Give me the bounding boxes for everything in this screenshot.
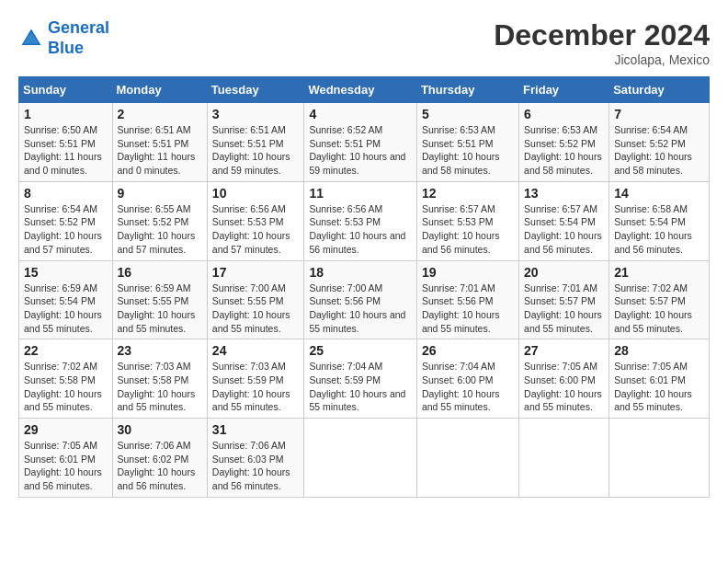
day-number: 12	[422, 186, 514, 201]
calendar-cell: 17Sunrise: 7:00 AM Sunset: 5:55 PM Dayli…	[207, 260, 304, 339]
calendar-cell: 6Sunrise: 6:53 AM Sunset: 5:52 PM Daylig…	[519, 103, 609, 182]
day-info: Sunrise: 7:00 AM Sunset: 5:55 PM Dayligh…	[212, 282, 300, 336]
calendar-cell: 20Sunrise: 7:01 AM Sunset: 5:57 PM Dayli…	[519, 260, 609, 339]
calendar-cell: 9Sunrise: 6:55 AM Sunset: 5:52 PM Daylig…	[112, 181, 207, 260]
day-info: Sunrise: 6:50 AM Sunset: 5:51 PM Dayligh…	[24, 123, 108, 178]
week-row-3: 15Sunrise: 6:59 AM Sunset: 5:54 PM Dayli…	[19, 260, 710, 339]
calendar-cell: 27Sunrise: 7:05 AM Sunset: 6:00 PM Dayli…	[519, 339, 609, 419]
calendar-cell: 24Sunrise: 7:03 AM Sunset: 5:59 PM Dayli…	[207, 339, 304, 419]
day-info: Sunrise: 6:54 AM Sunset: 5:52 PM Dayligh…	[24, 202, 108, 257]
calendar-cell: 3Sunrise: 6:51 AM Sunset: 5:51 PM Daylig…	[207, 103, 304, 182]
day-number: 27	[524, 343, 604, 358]
calendar-cell: 14Sunrise: 6:58 AM Sunset: 5:54 PM Dayli…	[609, 181, 710, 260]
day-number: 16	[118, 265, 202, 280]
title-block: December 2024 Jicolapa, Mexico	[494, 18, 710, 67]
day-number: 2	[118, 107, 202, 121]
day-number: 26	[422, 343, 514, 358]
calendar-cell: 22Sunrise: 7:02 AM Sunset: 5:58 PM Dayli…	[19, 339, 113, 419]
logo-icon	[18, 26, 44, 52]
calendar-cell: 5Sunrise: 6:53 AM Sunset: 5:51 PM Daylig…	[416, 103, 518, 182]
day-number: 15	[24, 265, 108, 280]
day-info: Sunrise: 6:56 AM Sunset: 5:53 PM Dayligh…	[309, 202, 412, 257]
calendar-cell: 4Sunrise: 6:52 AM Sunset: 5:51 PM Daylig…	[304, 103, 417, 182]
header: General Blue December 2024 Jicolapa, Mex…	[18, 18, 710, 67]
day-info: Sunrise: 7:06 AM Sunset: 6:03 PM Dayligh…	[212, 439, 300, 493]
day-info: Sunrise: 6:57 AM Sunset: 5:54 PM Dayligh…	[524, 202, 604, 257]
calendar-cell: 8Sunrise: 6:54 AM Sunset: 5:52 PM Daylig…	[19, 181, 113, 260]
calendar-cell: 11Sunrise: 6:56 AM Sunset: 5:53 PM Dayli…	[304, 181, 417, 260]
day-number: 17	[212, 265, 300, 280]
calendar-cell	[519, 419, 609, 498]
day-number: 9	[118, 186, 202, 201]
calendar-cell: 15Sunrise: 6:59 AM Sunset: 5:54 PM Dayli…	[19, 260, 113, 339]
location-title: Jicolapa, Mexico	[494, 52, 710, 67]
day-number: 11	[309, 186, 412, 201]
day-number: 6	[524, 107, 604, 121]
col-header-thursday: Thursday	[416, 77, 518, 103]
day-info: Sunrise: 6:59 AM Sunset: 5:54 PM Dayligh…	[24, 282, 108, 336]
day-number: 29	[24, 422, 108, 437]
day-number: 23	[118, 343, 202, 358]
day-number: 14	[614, 186, 704, 201]
calendar-cell: 28Sunrise: 7:05 AM Sunset: 6:01 PM Dayli…	[609, 339, 710, 419]
day-info: Sunrise: 6:51 AM Sunset: 5:51 PM Dayligh…	[212, 123, 300, 178]
day-number: 24	[212, 343, 300, 358]
week-row-1: 1Sunrise: 6:50 AM Sunset: 5:51 PM Daylig…	[19, 103, 710, 182]
calendar-cell: 30Sunrise: 7:06 AM Sunset: 6:02 PM Dayli…	[112, 419, 207, 498]
calendar-cell	[304, 419, 417, 498]
logo-line1: General	[48, 18, 109, 37]
day-info: Sunrise: 6:53 AM Sunset: 5:51 PM Dayligh…	[422, 123, 514, 178]
day-info: Sunrise: 6:56 AM Sunset: 5:53 PM Dayligh…	[212, 202, 300, 257]
day-number: 7	[614, 107, 704, 121]
day-number: 22	[24, 343, 108, 358]
day-info: Sunrise: 7:03 AM Sunset: 5:58 PM Dayligh…	[118, 360, 202, 414]
day-info: Sunrise: 7:01 AM Sunset: 5:56 PM Dayligh…	[422, 282, 514, 336]
day-number: 25	[309, 343, 412, 358]
calendar-cell: 10Sunrise: 6:56 AM Sunset: 5:53 PM Dayli…	[207, 181, 304, 260]
calendar-cell: 1Sunrise: 6:50 AM Sunset: 5:51 PM Daylig…	[19, 103, 113, 182]
day-info: Sunrise: 7:04 AM Sunset: 5:59 PM Dayligh…	[309, 360, 412, 414]
day-number: 13	[524, 186, 604, 201]
header-row: SundayMondayTuesdayWednesdayThursdayFrid…	[19, 77, 710, 103]
day-number: 1	[24, 107, 108, 121]
day-number: 21	[614, 265, 704, 280]
day-info: Sunrise: 6:54 AM Sunset: 5:52 PM Dayligh…	[614, 123, 704, 178]
day-info: Sunrise: 7:02 AM Sunset: 5:57 PM Dayligh…	[614, 282, 704, 336]
day-info: Sunrise: 6:55 AM Sunset: 5:52 PM Dayligh…	[118, 202, 202, 257]
day-info: Sunrise: 6:51 AM Sunset: 5:51 PM Dayligh…	[118, 123, 202, 178]
day-info: Sunrise: 7:02 AM Sunset: 5:58 PM Dayligh…	[24, 360, 108, 414]
day-info: Sunrise: 7:06 AM Sunset: 6:02 PM Dayligh…	[118, 439, 202, 493]
calendar-cell: 7Sunrise: 6:54 AM Sunset: 5:52 PM Daylig…	[609, 103, 710, 182]
day-info: Sunrise: 7:05 AM Sunset: 6:00 PM Dayligh…	[524, 360, 604, 414]
col-header-monday: Monday	[112, 77, 207, 103]
day-info: Sunrise: 7:04 AM Sunset: 6:00 PM Dayligh…	[422, 360, 514, 414]
calendar-cell: 31Sunrise: 7:06 AM Sunset: 6:03 PM Dayli…	[207, 419, 304, 498]
calendar-cell: 23Sunrise: 7:03 AM Sunset: 5:58 PM Dayli…	[112, 339, 207, 419]
calendar-cell	[609, 419, 710, 498]
col-header-saturday: Saturday	[609, 77, 710, 103]
calendar-cell: 29Sunrise: 7:05 AM Sunset: 6:01 PM Dayli…	[19, 419, 113, 498]
day-info: Sunrise: 7:05 AM Sunset: 6:01 PM Dayligh…	[24, 439, 108, 493]
day-number: 5	[422, 107, 514, 121]
calendar-cell: 25Sunrise: 7:04 AM Sunset: 5:59 PM Dayli…	[304, 339, 417, 419]
week-row-4: 22Sunrise: 7:02 AM Sunset: 5:58 PM Dayli…	[19, 339, 710, 419]
calendar-table: SundayMondayTuesdayWednesdayThursdayFrid…	[18, 76, 710, 498]
week-row-5: 29Sunrise: 7:05 AM Sunset: 6:01 PM Dayli…	[19, 419, 710, 498]
calendar-cell: 12Sunrise: 6:57 AM Sunset: 5:53 PM Dayli…	[416, 181, 518, 260]
logo-line2: Blue	[48, 39, 84, 57]
calendar-cell: 26Sunrise: 7:04 AM Sunset: 6:00 PM Dayli…	[416, 339, 518, 419]
day-number: 18	[309, 265, 412, 280]
day-info: Sunrise: 7:01 AM Sunset: 5:57 PM Dayligh…	[524, 282, 604, 336]
col-header-sunday: Sunday	[19, 77, 113, 103]
day-number: 3	[212, 107, 300, 121]
day-info: Sunrise: 6:53 AM Sunset: 5:52 PM Dayligh…	[524, 123, 604, 178]
day-info: Sunrise: 7:03 AM Sunset: 5:59 PM Dayligh…	[212, 360, 300, 414]
day-number: 31	[212, 422, 300, 437]
day-number: 28	[614, 343, 704, 358]
calendar-cell	[416, 419, 518, 498]
calendar-cell: 19Sunrise: 7:01 AM Sunset: 5:56 PM Dayli…	[416, 260, 518, 339]
col-header-wednesday: Wednesday	[304, 77, 417, 103]
logo-text: General Blue	[48, 18, 109, 58]
day-info: Sunrise: 6:58 AM Sunset: 5:54 PM Dayligh…	[614, 202, 704, 257]
col-header-tuesday: Tuesday	[207, 77, 304, 103]
